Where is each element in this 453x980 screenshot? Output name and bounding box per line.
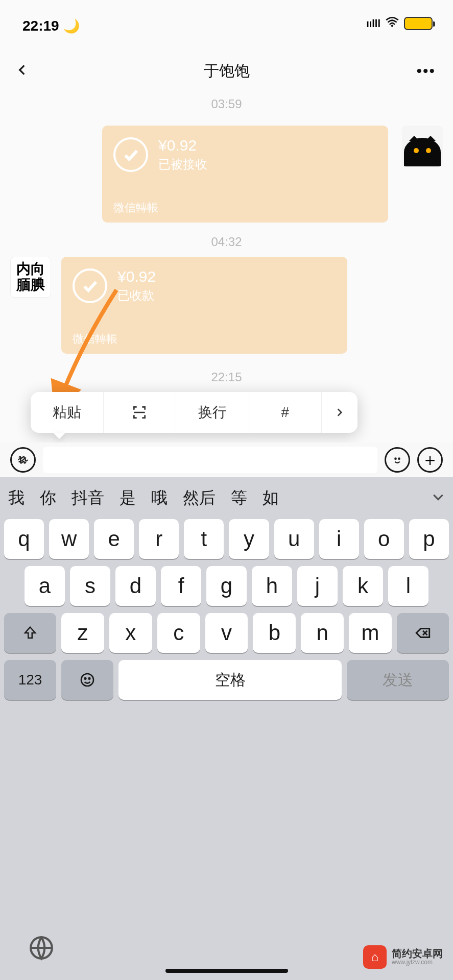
status-right: ıılll [366,16,433,31]
key-t[interactable]: t [184,519,224,559]
candidate[interactable]: 是 [120,487,136,509]
voice-button[interactable] [10,447,36,473]
key-s[interactable]: s [70,566,110,606]
transfer-bubble-sent[interactable]: ¥0.92 已被接收 微信轉帳 [102,126,388,223]
context-menu: 粘贴 换行 # [31,392,357,433]
shift-key[interactable] [4,613,56,653]
key-v[interactable]: v [205,613,248,653]
key-i[interactable]: i [319,519,359,559]
transfer-amount: ¥0.92 [117,268,156,285]
candidate[interactable]: 我 [8,487,25,509]
key-w[interactable]: w [49,519,89,559]
avatar-other[interactable]: 内向 腼腆 [10,257,51,298]
battery-icon [404,17,433,30]
timestamp: 04:32 [0,235,453,249]
svg-point-1 [395,458,396,459]
key-x[interactable]: x [109,613,152,653]
space-key[interactable]: 空格 [118,660,342,700]
key-z[interactable]: z [61,613,104,653]
key-row-4: 123 空格 发送 [0,660,453,700]
key-c[interactable]: c [157,613,200,653]
key-l[interactable]: l [388,566,428,606]
candidate[interactable]: 你 [40,487,56,509]
ctx-hash[interactable]: # [249,392,322,433]
key-h[interactable]: h [252,566,292,606]
transfer-status: 已收款 [117,287,156,304]
key-m[interactable]: m [349,613,392,653]
key-row-1: q w e r t y u i o p [0,519,453,559]
message-input[interactable] [43,447,377,473]
input-bar: ＋ [0,443,453,477]
candidate[interactable]: 如 [263,487,279,509]
transfer-source: 微信轉帳 [113,200,377,215]
ctx-more[interactable] [322,392,357,433]
backspace-key[interactable] [397,613,449,653]
nav-bar: 于饱饱 ••• [0,53,453,89]
emoji-key[interactable] [61,660,113,700]
key-b[interactable]: b [253,613,296,653]
candidate[interactable]: 抖音 [71,487,104,509]
key-u[interactable]: u [274,519,314,559]
key-j[interactable]: j [297,566,338,606]
ctx-newline[interactable]: 换行 [176,392,249,433]
candidate[interactable]: 等 [231,487,247,509]
svg-point-3 [81,674,93,686]
candidate[interactable]: 然后 [183,487,216,509]
back-button[interactable] [15,63,29,79]
svg-point-5 [89,678,90,679]
home-indicator[interactable] [165,969,288,973]
annotation-arrow [50,285,122,407]
emoji-button[interactable] [385,447,410,473]
watermark-name: 简约安卓网 [392,948,443,959]
candidate-expand[interactable] [432,489,445,508]
more-actions-button[interactable]: ＋ [417,447,443,473]
moon-icon: 🌙 [63,18,80,34]
transfer-status: 已被接收 [158,156,207,173]
key-d[interactable]: d [115,566,156,606]
key-y[interactable]: y [229,519,269,559]
key-p[interactable]: p [409,519,449,559]
key-g[interactable]: g [206,566,247,606]
key-a[interactable]: a [25,566,65,606]
transfer-amount: ¥0.92 [158,137,207,154]
candidate-bar: 我 你 抖音 是 哦 然后 等 如 [0,477,453,519]
key-row-2: a s d f g h j k l [0,566,453,606]
timestamp: 03:59 [0,97,453,111]
watermark-url: www.jylzw.com [392,959,443,966]
key-k[interactable]: k [343,566,383,606]
numeric-key[interactable]: 123 [4,660,56,700]
status-time: 22:19 [22,18,59,34]
signal-icon: ıılll [366,18,380,30]
check-circle-icon [113,137,148,172]
key-o[interactable]: o [364,519,404,559]
globe-key[interactable] [29,935,54,963]
ctx-scan[interactable] [104,392,177,433]
watermark: ⌂ 简约安卓网 www.jylzw.com [363,945,443,969]
avatar-self[interactable] [402,126,443,166]
keyboard: 我 你 抖音 是 哦 然后 等 如 q w e r t y u i o p a … [0,477,453,980]
key-r[interactable]: r [139,519,179,559]
chat-title: 于饱饱 [204,61,250,82]
svg-point-4 [85,678,86,679]
key-f[interactable]: f [161,566,201,606]
more-button[interactable]: ••• [416,62,436,80]
key-q[interactable]: q [4,519,44,559]
ctx-paste[interactable]: 粘贴 [31,392,104,433]
send-key[interactable]: 发送 [347,660,449,700]
svg-point-2 [398,458,399,459]
key-e[interactable]: e [94,519,134,559]
key-row-3: z x c v b n m [0,613,453,653]
svg-point-0 [391,24,393,27]
key-n[interactable]: n [301,613,344,653]
watermark-logo-icon: ⌂ [363,945,387,969]
candidate[interactable]: 哦 [151,487,168,509]
wifi-icon [386,16,399,31]
